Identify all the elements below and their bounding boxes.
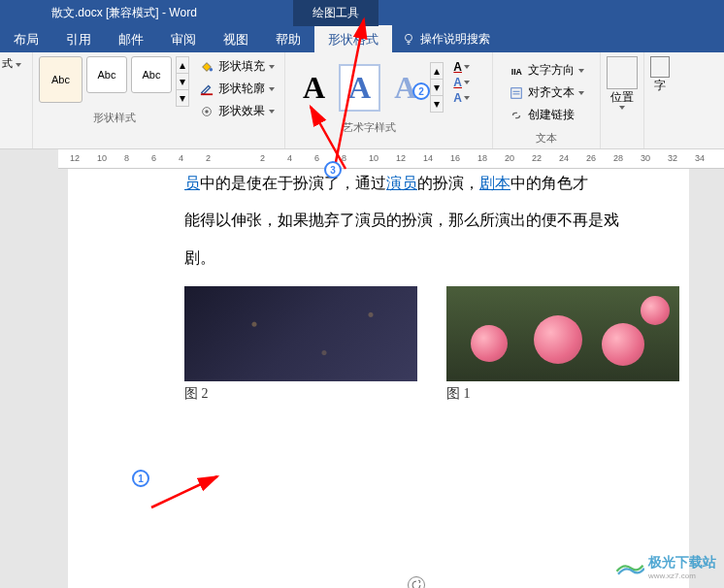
annotation-1: 1 [132,470,149,487]
tab-shape-format[interactable]: 形状格式 [314,25,392,52]
watermark-logo-icon [615,556,644,579]
link-icon [509,109,524,122]
text-group-label: 文本 [499,129,594,146]
tab-help[interactable]: 帮助 [262,25,314,52]
image-row: 图 2 图 1 [184,286,670,403]
gallery-more-button[interactable]: ▾ [431,96,443,112]
wrap-text-label[interactable]: 字 [654,78,666,94]
annotation-3: 3 [324,161,342,179]
text-outline-button[interactable]: A [453,76,486,89]
text-direction-button[interactable]: IIA 文字方向 [505,60,588,81]
ribbon: 式 Abc Abc Abc ▴ ▾ ▾ 形状样式 形状填充 [0,52,724,149]
image-night-city[interactable] [184,286,417,381]
svg-text:IIA: IIA [511,66,523,76]
text-effects-button[interactable]: A [453,91,486,105]
shape-style-preset-3[interactable]: Abc [131,56,172,93]
shape-fill-label: 形状填充 [218,58,265,75]
tab-review[interactable]: 审阅 [157,25,210,52]
create-link-label: 创建链接 [528,107,575,123]
annotation-2: 2 [412,82,430,100]
page: 员中的是使在于扮演了，通过演员的扮演，剧本中的角色才 能得以伸张，如果抛弃了演员… [68,169,689,588]
doc-link-fragment[interactable]: 员 [184,175,200,191]
shape-style-preset-1[interactable]: Abc [39,56,82,103]
align-text-button[interactable]: 对齐文本 [505,82,588,103]
watermark-url: www.xz7.com [648,572,716,580]
tab-layout[interactable]: 布局 [0,25,52,52]
pen-outline-icon [199,82,214,96]
ribbon-group-arrange-partial: 位置 [601,52,644,148]
gallery-down-button[interactable]: ▾ [177,74,188,90]
rotate-icon [411,579,422,588]
align-text-label: 对齐文本 [528,84,575,101]
shape-effects-button[interactable]: 形状效果 [195,101,279,121]
ribbon-group-insert-shapes-partial: 式 [0,52,33,148]
wordart-styles-group-label: 艺术字样式 [291,118,447,135]
ribbon-group-shape-styles: Abc Abc Abc ▴ ▾ ▾ 形状样式 形状填充 形状轮廓 [33,52,285,148]
shape-style-gallery[interactable]: Abc Abc Abc ▴ ▾ ▾ [39,56,189,107]
wordart-gallery-scroller: ▴ ▾ ▾ [430,62,444,113]
dropdown-caret-icon [619,106,625,110]
ribbon-wrap-partial: 字 [644,52,675,148]
wordart-preset-2[interactable]: A [339,64,380,112]
rotate-handle[interactable] [408,576,425,588]
shape-fill-button[interactable]: 形状填充 [195,56,279,77]
svg-point-4 [205,110,209,114]
watermark: 极光下载站 www.xz7.com [615,554,716,580]
shape-style-preset-2[interactable]: Abc [86,56,127,93]
body-paragraph[interactable]: 员中的是使在于扮演了，通过演员的扮演，剧本中的角色才 [184,169,670,202]
tell-me-label: 操作说明搜索 [420,31,490,48]
figure-1[interactable]: 图 2 [184,286,417,403]
shape-effects-label: 形状效果 [218,103,265,119]
document-canvas[interactable]: 员中的是使在于扮演了，通过演员的扮演，剧本中的角色才 能得以伸张，如果抛弃了演员… [0,169,724,588]
tab-view[interactable]: 视图 [210,25,262,52]
image-caption[interactable]: 图 2 [184,385,417,403]
wordart-preset-1[interactable]: A [295,66,333,110]
shape-gallery-scroller: ▴ ▾ ▾ [176,56,189,107]
svg-rect-6 [511,87,522,98]
window-title: 散文.docx [兼容模式] - Word [8,5,197,21]
text-fill-button[interactable]: A [453,60,486,74]
gallery-down-button[interactable]: ▾ [431,80,443,96]
text-direction-label: 文字方向 [528,62,575,79]
text-direction-icon: IIA [509,64,524,78]
image-caption[interactable]: 图 1 [446,385,679,403]
position-button-label[interactable]: 位置 [610,89,634,106]
svg-point-1 [210,67,214,71]
doc-link-actor[interactable]: 演员 [386,175,417,191]
paint-bucket-icon [199,60,214,74]
tab-mailings[interactable]: 邮件 [105,25,157,52]
svg-point-0 [406,34,412,41]
body-paragraph[interactable]: 剧。 [184,240,670,277]
doc-link-script[interactable]: 剧本 [479,175,510,191]
tell-me-search[interactable]: 操作说明搜索 [392,25,500,52]
lightbulb-icon [402,32,415,46]
body-paragraph[interactable]: 能得以伸张，如果抛弃了演员的扮演，那么所演出的便不再是戏 [184,202,670,239]
gallery-more-button[interactable]: ▾ [177,90,188,106]
shape-styles-group-label: 形状样式 [39,109,189,125]
position-icon [607,56,638,89]
svg-rect-2 [201,93,213,95]
horizontal-ruler[interactable]: 12108642246810121416182022242628303234 [58,149,724,169]
align-text-icon [509,86,524,100]
shape-outline-label: 形状轮廓 [218,81,265,97]
shape-outline-button[interactable]: 形状轮廓 [195,79,279,99]
ribbon-group-text: IIA 文字方向 对齐文本 创建链接 文本 [493,52,601,148]
effects-icon [199,105,214,118]
tab-references[interactable]: 引用 [52,25,105,52]
ribbon-tabs: 布局 引用 邮件 审阅 视图 帮助 形状格式 操作说明搜索 [0,25,724,52]
shapes-dropdown-fragment[interactable]: 式 [2,56,30,71]
wrap-text-icon [650,56,670,78]
image-flowers[interactable] [446,286,679,381]
gallery-up-button[interactable]: ▴ [177,57,188,74]
gallery-up-button[interactable]: ▴ [431,63,443,80]
figure-2[interactable]: 图 1 [446,286,679,403]
watermark-name: 极光下载站 [648,554,716,570]
ribbon-group-wordart-styles: A A A ▴ ▾ ▾ 艺术字样式 A A A [285,52,493,148]
drawing-tools-context-tab[interactable]: 绘图工具 [293,0,378,26]
create-link-button[interactable]: 创建链接 [505,105,588,125]
